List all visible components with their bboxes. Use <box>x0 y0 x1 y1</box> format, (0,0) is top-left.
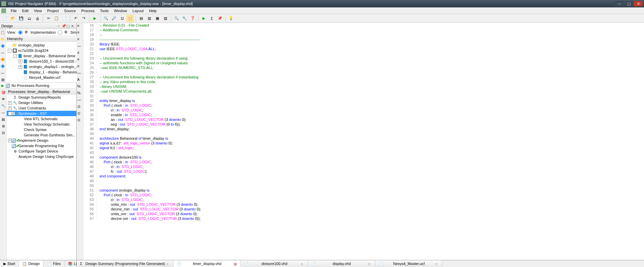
layout2-button[interactable]: ▥ <box>146 15 153 22</box>
gear-icon[interactable]: ⚙ <box>25 30 29 35</box>
select-button[interactable]: ⬚ <box>126 15 134 22</box>
fit-button[interactable]: ⊡ <box>118 15 126 22</box>
hierarchy-item[interactable]: +📘orologio_display1 - orologio_di <box>6 64 88 69</box>
bottom-tab-start[interactable]: ▶Start <box>0 260 19 267</box>
menu-view[interactable]: View <box>31 9 45 13</box>
panel-pin-icon[interactable]: 📌 <box>62 24 66 28</box>
menu-file[interactable]: File <box>8 9 20 13</box>
process-item[interactable]: Analyze Design Using ChipScope <box>7 154 76 159</box>
process-item[interactable]: -🔄⚠Synthesize - XST <box>7 111 76 116</box>
paste-button[interactable]: 📄 <box>61 15 68 22</box>
editor-tab[interactable]: 📄divisore100.vhd× <box>241 260 308 267</box>
psb-1[interactable]: 🎯 <box>1 90 6 95</box>
menu-process[interactable]: Process <box>78 9 97 13</box>
layout3-button[interactable]: ▦ <box>154 15 161 22</box>
close-button[interactable]: ✕ <box>634 1 643 6</box>
editor-tab[interactable]: 📄display.vhd× <box>308 260 375 267</box>
code-editor[interactable]: 16-- Revision 0.01 - File Created17-- Ad… <box>83 23 644 260</box>
panel-max-icon[interactable]: ▢ <box>66 24 70 28</box>
ed-icon-15[interactable]: ⊙ <box>77 118 83 123</box>
ed-icon-2[interactable]: ≡ <box>77 30 83 36</box>
undo-button[interactable]: ↶ <box>72 15 79 22</box>
ed-icon-7[interactable]: ≡ <box>77 64 83 69</box>
ed-icon-10[interactable]: % <box>77 84 83 90</box>
cut-button[interactable]: ✂ <box>45 15 52 22</box>
sigma-button[interactable]: Σ <box>208 15 216 22</box>
sb-icon-1[interactable]: 📋 <box>0 30 5 35</box>
process-item[interactable]: 🔄✔Generate Programming File <box>7 143 76 148</box>
sb-icon-6[interactable]: 🔷 <box>0 63 5 69</box>
process-item[interactable]: ⚙Configure Target Device <box>7 148 76 154</box>
print-button[interactable]: 🖨 <box>34 15 41 22</box>
sb-icon-8[interactable]: ▤ <box>0 77 5 82</box>
view-impl-radio[interactable] <box>18 30 23 35</box>
close-tab-icon[interactable]: ⊠ <box>234 262 237 265</box>
close-tab-icon[interactable]: × <box>166 262 170 265</box>
find-button[interactable]: 🔍 <box>173 15 180 22</box>
zoom-out-button[interactable]: 🔎 <box>110 15 118 22</box>
process-item[interactable]: +🔧Design Utilities <box>7 100 76 105</box>
close-tab-icon[interactable]: × <box>435 262 439 265</box>
processes-tree[interactable]: ΣDesign Summary/Reports+🔧Design Utilitie… <box>7 95 76 260</box>
menu-tools[interactable]: Tools <box>97 9 111 13</box>
menu-project[interactable]: Project <box>44 9 61 13</box>
psb-3[interactable]: 🔧 <box>1 103 6 108</box>
editor-tab[interactable]: ΣDesign Summary (Programming File Genera… <box>77 260 174 267</box>
probe-button[interactable]: 📌 <box>216 15 224 22</box>
editor-tab[interactable]: 📄timer_display.vhd⊠ <box>174 260 241 267</box>
psb-2[interactable]: 👁 <box>1 96 6 102</box>
zoom-in-button[interactable]: 🔍 <box>102 15 110 22</box>
process-item[interactable]: View RTL Schematic <box>7 116 76 122</box>
hierarchy-item[interactable]: -📘timer_display - Behavioral (time <box>6 53 88 59</box>
layout1-button[interactable]: ▤ <box>138 15 145 22</box>
psb-7[interactable]: ⊟ <box>1 130 6 135</box>
process-item[interactable]: Check Syntax <box>7 127 76 132</box>
layout4-button[interactable]: ▧ <box>162 15 169 22</box>
copy-button[interactable]: 📋 <box>53 15 60 22</box>
bottom-tab-files[interactable]: 📄Files <box>43 260 64 267</box>
sb-icon-3[interactable]: 🔷 <box>0 43 5 48</box>
ed-icon-8[interactable]: — <box>77 71 83 76</box>
refresh-icon[interactable]: 🔄 <box>5 84 10 88</box>
psb-4[interactable]: — <box>1 110 6 115</box>
menu-help[interactable]: Help <box>146 9 159 13</box>
panel-arrow-icon[interactable]: ↔ <box>57 24 61 28</box>
process-item[interactable]: Generate Post-Synthesis Sim... <box>7 132 76 138</box>
minimize-button[interactable]: ─ <box>615 1 624 6</box>
open-button[interactable]: 📂 <box>9 15 17 22</box>
hierarchy-item[interactable]: 📘display_1 - display - Behavioral <box>6 69 88 75</box>
process-item[interactable]: ΣDesign Summary/Reports <box>7 95 76 100</box>
close-tab-icon[interactable]: × <box>368 262 372 265</box>
ed-icon-5[interactable]: ≡ <box>77 51 83 56</box>
editor-tab[interactable]: 📄Nexys4_Master.ucf× <box>375 260 443 267</box>
psb-5[interactable]: ▤ <box>1 116 6 122</box>
bulb-button[interactable]: 💡 <box>227 15 235 22</box>
ed-icon-12[interactable]: — <box>77 98 83 103</box>
process-item[interactable]: +🔧User Constraints <box>7 105 76 111</box>
menu-layout[interactable]: Layout <box>130 9 146 13</box>
menu-edit[interactable]: Edit <box>20 9 31 13</box>
ed-icon-13[interactable]: ⊙ <box>77 104 83 110</box>
saveall-button[interactable]: 🗂 <box>26 15 33 22</box>
bottom-tab-design[interactable]: 📋Design <box>19 260 43 267</box>
run-button[interactable]: ▶ <box>91 15 99 22</box>
ed-icon-9[interactable]: A <box>77 77 83 83</box>
play-icon[interactable]: ▶ <box>1 84 4 88</box>
sb-icon-2[interactable]: 📁 <box>0 36 5 42</box>
redo-button[interactable]: ↷ <box>80 15 87 22</box>
process-item[interactable]: View Technology Schematic <box>7 122 76 127</box>
psb-6[interactable]: ⊞ <box>1 123 6 129</box>
menu-source[interactable]: Source <box>62 9 79 13</box>
menu-window[interactable]: Window <box>111 9 130 13</box>
ed-icon-14[interactable]: ⊙ <box>77 111 83 116</box>
play-button[interactable]: ▶ <box>200 15 207 22</box>
sb-icon-7[interactable]: — <box>0 70 5 75</box>
sb-icon-5[interactable]: 🔶 <box>0 57 5 62</box>
help-button[interactable]: ❓ <box>189 15 196 22</box>
close-tab-icon[interactable]: × <box>301 262 304 265</box>
sb-icon-4[interactable]: — <box>0 50 5 55</box>
process-item[interactable]: +🔄✔Implement Design <box>7 138 76 143</box>
hierarchy-item[interactable]: 📄Nexys4_Master.ucf <box>6 75 88 80</box>
save-button[interactable]: 💾 <box>17 15 25 22</box>
hierarchy-item[interactable]: -🔲xc7a100t-3csg324 <box>6 48 88 53</box>
